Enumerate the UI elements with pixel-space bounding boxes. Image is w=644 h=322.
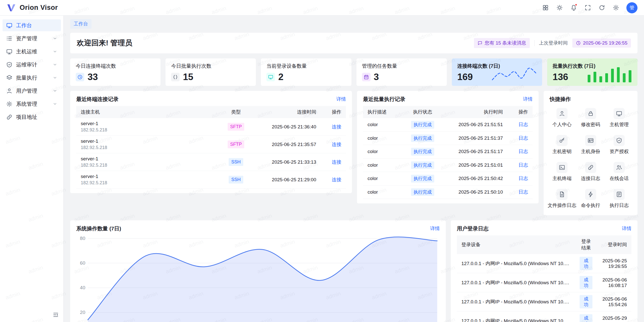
breadcrumb-workbench[interactable]: 工作台	[70, 19, 92, 29]
sidebar-item-1[interactable]: 资产管理	[3, 32, 61, 44]
fullscreen-button[interactable]	[582, 2, 593, 13]
execution-time: 2025-06-25 21:50:10	[441, 185, 507, 199]
sidebar-item-5[interactable]: 用户管理	[3, 85, 61, 97]
sidebar-item-3[interactable]: 运维审计	[3, 59, 61, 70]
quick-action-label: 主机密钥	[552, 148, 572, 155]
sidebar-item-6[interactable]: 系统管理	[3, 98, 61, 110]
recent-executions-card: 最近批量执行记录 详情 执行描述执行状态执行时间操作 color执行完成2025…	[357, 91, 539, 203]
login-device: 127.0.0.1 - 内网IP - Mozilla/5.0 (Windows …	[457, 254, 575, 273]
host-name: server-1	[81, 156, 213, 162]
connect-link[interactable]: 连接	[332, 159, 341, 165]
stat-card-value: 15	[183, 72, 193, 82]
log-link[interactable]: 日志	[518, 189, 528, 195]
protocol-tag: SFTP	[228, 123, 244, 131]
column-header: 操作	[321, 106, 346, 118]
stat-card-label: 当前登录设备数量	[266, 63, 346, 69]
quick-action-9[interactable]: 文件操作日志	[548, 189, 576, 209]
sidebar-collapse-button[interactable]	[53, 312, 59, 318]
execution-status-badge: 执行完成	[411, 148, 434, 156]
stat-card-label: 今日连接终端次数	[76, 63, 155, 69]
execution-desc: color	[363, 185, 404, 199]
quick-actions-card: 快捷操作 个人中心修改密码主机管理主机密钥主机身份资产授权主机终端连接日志在线会…	[544, 91, 637, 215]
sidebar-item-2[interactable]: 主机运维	[3, 46, 61, 57]
theme-button[interactable]	[554, 2, 565, 13]
host-name: server-1	[81, 121, 213, 126]
execution-status-badge: 执行完成	[411, 188, 434, 196]
column-header: 操作	[507, 106, 533, 118]
quick-action-7[interactable]: 连接日志	[576, 162, 605, 182]
shield-icon	[616, 137, 622, 144]
sidebar-item-7[interactable]: 项目地址	[3, 111, 61, 123]
batch-icon	[6, 75, 13, 81]
login-row: 127.0.0.1 - 内网IP - Mozilla/5.0 (Windows …	[457, 273, 631, 292]
quick-action-4[interactable]: 主机身份	[576, 135, 605, 155]
login-time: 2025-05-29 19:43:57	[597, 311, 631, 322]
quick-action-11[interactable]: 执行日志	[605, 189, 634, 209]
log-link[interactable]: 日志	[518, 149, 528, 154]
executions-detail-link[interactable]: 详情	[523, 96, 533, 102]
user-icon	[6, 88, 13, 94]
log-link[interactable]: 日志	[518, 176, 528, 181]
unread-messages-badge[interactable]: 您有 15 条未读消息	[474, 38, 530, 48]
sidebar-item-0[interactable]: 工作台	[3, 19, 61, 31]
asset-icon	[6, 35, 13, 42]
quick-action-6[interactable]: 主机终端	[548, 162, 576, 182]
quick-action-3[interactable]: 主机密钥	[548, 135, 576, 155]
log-link[interactable]: 日志	[518, 135, 528, 141]
quick-action-label: 连接日志	[581, 175, 600, 182]
orion-visor-logo-icon	[7, 3, 16, 13]
column-header: 登录设备	[457, 235, 575, 254]
welcome-card: 欢迎回来! 管理员 您有 15 条未读消息 上次登录时间 2025-06-25 …	[70, 33, 637, 53]
quick-action-0[interactable]: 个人中心	[548, 108, 576, 128]
system-chart-detail-link[interactable]: 详情	[430, 225, 440, 232]
connect-link[interactable]: 连接	[332, 177, 341, 182]
stat-card-label: 今日批量执行次数	[171, 63, 250, 69]
stat-cards-row: 今日连接终端次数33今日批量执行次数15当前登录设备数量2管理的任务数量3连接终…	[70, 58, 637, 86]
chevron-down-icon	[53, 101, 57, 106]
sidebar-item-label: 资产管理	[16, 35, 37, 42]
quick-action-label: 修改密码	[581, 121, 600, 128]
host-icon	[6, 48, 13, 55]
stat-card-1: 今日批量执行次数15	[166, 58, 256, 86]
execution-desc: color	[363, 145, 404, 159]
quick-action-10[interactable]: 命令执行	[576, 189, 605, 209]
execution-time: 2025-06-25 21:51:01	[441, 158, 507, 172]
user-avatar[interactable]: 管	[626, 2, 637, 13]
stat-card-value: 169	[457, 72, 473, 82]
link-icon	[6, 114, 13, 120]
protocol-tag: SSH	[229, 176, 243, 184]
welcome-title: 欢迎回来! 管理员	[77, 38, 132, 48]
sidebar-item-label: 主机运维	[16, 48, 37, 55]
quick-action-5[interactable]: 资产授权	[605, 135, 634, 155]
settings-button[interactable]	[610, 2, 621, 13]
connect-link[interactable]: 连接	[332, 124, 341, 129]
terminal-icon	[559, 164, 565, 171]
sidebar-item-4[interactable]: 批量执行	[3, 72, 61, 84]
connect-link[interactable]: 连接	[332, 142, 341, 147]
file-icon	[559, 191, 565, 198]
execution-time: 2025-06-25 21:51:51	[441, 118, 507, 131]
notification-dot	[575, 4, 577, 6]
svg-text:20: 20	[80, 310, 85, 315]
key-icon	[559, 137, 565, 144]
quick-action-8[interactable]: 在线会话	[605, 162, 634, 182]
execution-desc: color	[363, 158, 404, 172]
svg-text:80: 80	[80, 236, 85, 241]
notifications-button[interactable]	[568, 2, 579, 13]
login-log-detail-link[interactable]: 详情	[622, 225, 631, 232]
sidebar-item-label: 运维审计	[16, 61, 37, 68]
apps-button[interactable]	[540, 2, 551, 13]
system-chart-title: 系统操作数量 (7日)	[76, 225, 121, 232]
connections-detail-link[interactable]: 详情	[336, 96, 346, 102]
column-header: 连接主机	[76, 106, 217, 118]
log-link[interactable]: 日志	[518, 122, 528, 127]
log-link[interactable]: 日志	[518, 162, 528, 168]
refresh-button[interactable]	[596, 2, 607, 13]
chevron-down-icon	[53, 49, 57, 54]
stat-card-value: 3	[374, 72, 379, 82]
quick-action-1[interactable]: 修改密码	[576, 108, 605, 128]
login-row: 127.0.0.1 - 内网IP - Mozilla/5.0 (Windows …	[457, 311, 631, 322]
quick-action-2[interactable]: 主机管理	[605, 108, 634, 128]
svg-text:40: 40	[80, 285, 85, 290]
connection-time: 2025-06-25 21:35:57	[255, 136, 321, 153]
